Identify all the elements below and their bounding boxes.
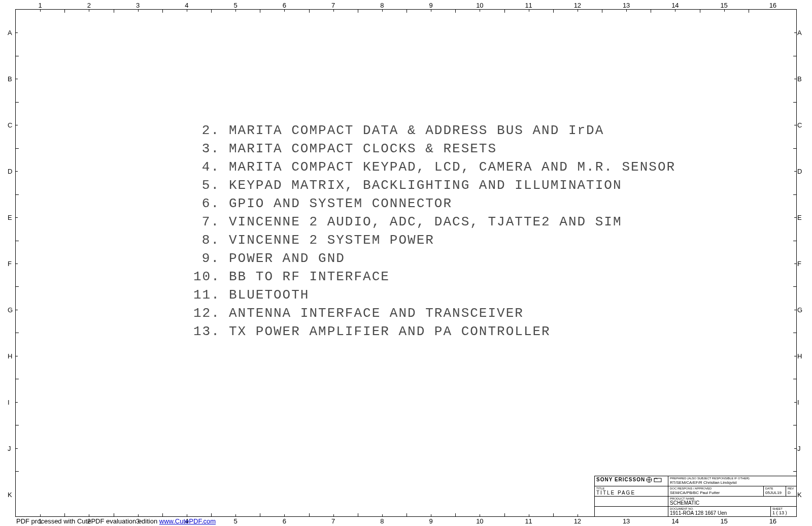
toc-number: 6.: [193, 194, 229, 213]
col-label: 5: [234, 2, 238, 9]
row-label: H: [797, 352, 802, 359]
row-label: E: [8, 214, 12, 221]
toc-number: 10.: [193, 268, 229, 286]
col-label: 8: [380, 517, 384, 525]
col-label: 16: [769, 2, 776, 9]
ruler-left: ABCDEFGHIJK: [8, 10, 15, 516]
date-value: 05JUL19: [765, 490, 784, 496]
col-label: 12: [574, 517, 581, 525]
col-label: 7: [331, 517, 335, 525]
col-label: 8: [380, 2, 384, 9]
row-label: F: [797, 260, 801, 268]
toc-title: VINCENNE 2 AUDIO, ADC, DACS, TJATTE2 AND…: [229, 213, 622, 231]
row-label: G: [797, 306, 802, 313]
toc-title: BB TO RF INTERFACE: [229, 268, 390, 286]
toc-title: MARITA COMPACT KEYPAD, LCD, CAMERA AND M…: [229, 158, 675, 176]
col-label: 11: [525, 2, 532, 9]
col-label: 4: [185, 2, 188, 9]
col-label: 13: [623, 517, 630, 525]
row-label: A: [8, 29, 12, 37]
drawing-frame: 12345678910111213141516 1234567891011121…: [15, 9, 797, 517]
title-block: SONY ERICSSON PREPARED (ALSO SUBJECT RES…: [594, 476, 796, 516]
title-value: TITLE PAGE: [596, 490, 666, 496]
toc-number: 13.: [193, 322, 229, 341]
toc-number: 9.: [193, 249, 229, 268]
toc-number: 2.: [193, 121, 229, 140]
svg-rect-3: [654, 478, 661, 482]
toc-title: BLUETOOTH: [229, 286, 309, 304]
col-label: 9: [429, 2, 433, 9]
row-label: D: [797, 168, 802, 175]
toc-number: 11.: [193, 286, 229, 304]
toc-number: 7.: [193, 213, 229, 231]
toc-entry: 13.TX POWER AMPLIFIER AND PA CONTROLLER: [193, 322, 675, 341]
toc-title: VINCENNE 2 SYSTEM POWER: [229, 231, 434, 249]
toc-title: MARITA COMPACT DATA & ADDRESS BUS AND Ir…: [229, 121, 604, 140]
toc-number: 4.: [193, 158, 229, 176]
col-label: 6: [283, 517, 286, 525]
folder-icon: [654, 477, 662, 483]
toc-entry: 10.BB TO RF INTERFACE: [193, 268, 675, 286]
row-label: J: [8, 444, 11, 452]
row-label: I: [8, 398, 10, 406]
toc-entry: 2.MARITA COMPACT DATA & ADDRESS BUS AND …: [193, 121, 675, 140]
col-label: 1: [39, 2, 42, 9]
company-name: SONY ERICSSON: [596, 477, 645, 482]
toc-title: ANTENNA INTERFACE AND TRANSCEIVER: [229, 304, 524, 322]
row-label: J: [797, 444, 801, 452]
toc-title: MARITA COMPACT CLOCKS & RESETS: [229, 140, 497, 158]
col-label: 9: [429, 517, 433, 525]
prepared-value: RT/SEM/CA/EF/R Christian Lindqvist: [670, 480, 795, 485]
toc-entry: 12.ANTENNA INTERFACE AND TRANSCEIVER: [193, 304, 675, 322]
row-label: G: [8, 306, 13, 313]
docno-value: 1911-ROA 128 1667 Uen: [670, 510, 769, 516]
col-label: 15: [720, 2, 727, 9]
row-label: K: [8, 490, 12, 498]
ruler-top: 12345678910111213141516: [16, 2, 796, 9]
col-label: 5: [234, 517, 238, 525]
ruler-right: ABCDEFGHIJK: [797, 10, 804, 516]
row-label: K: [797, 490, 802, 498]
row-label: B: [797, 75, 802, 83]
toc-entry: 4.MARITA COMPACT KEYPAD, LCD, CAMERA AND…: [193, 158, 675, 176]
rev-value: D: [788, 490, 795, 496]
row-label: A: [797, 29, 802, 37]
toc-number: 3.: [193, 140, 229, 158]
col-label: 2: [87, 2, 91, 9]
col-label: 11: [525, 517, 532, 525]
row-label: E: [797, 214, 802, 221]
col-label: 7: [331, 2, 335, 9]
row-label: D: [8, 168, 12, 175]
toc-title: GPIO AND SYSTEM CONNECTOR: [229, 194, 452, 213]
sheet-value: 1 ( 13 ): [772, 510, 795, 516]
toc-entry: 11.BLUETOOTH: [193, 286, 675, 304]
toc-number: 8.: [193, 231, 229, 249]
product-value: SCHEMATIC: [670, 500, 795, 506]
footer-link[interactable]: www.CutePDF.com: [159, 517, 216, 525]
col-label: 15: [720, 517, 727, 525]
row-label: B: [8, 75, 12, 83]
approved-value: SEM/CA/PB/BC Paul Futter: [670, 490, 762, 496]
row-label: I: [797, 398, 799, 406]
col-label: 14: [671, 2, 679, 9]
toc-entry: 8.VINCENNE 2 SYSTEM POWER: [193, 231, 675, 249]
toc-number: 5.: [193, 176, 229, 194]
toc-entry: 5.KEYPAD MATRIX, BACKLIGHTING AND ILLUMI…: [193, 176, 675, 194]
toc-entry: 7.VINCENNE 2 AUDIO, ADC, DACS, TJATTE2 A…: [193, 213, 675, 231]
toc-entry: 3.MARITA COMPACT CLOCKS & RESETS: [193, 140, 675, 158]
toc-title: TX POWER AMPLIFIER AND PA CONTROLLER: [229, 322, 551, 341]
toc-number: 12.: [193, 304, 229, 322]
toc-title: KEYPAD MATRIX, BACKLIGHTING AND ILLUMINA…: [229, 176, 622, 194]
col-label: 13: [623, 2, 630, 9]
toc-entry: 9.POWER AND GND: [193, 249, 675, 268]
col-label: 3: [136, 2, 140, 9]
globe-icon: [646, 477, 652, 484]
row-label: F: [8, 260, 12, 268]
col-label: 16: [769, 517, 776, 525]
toc-entry: 6.GPIO AND SYSTEM CONNECTOR: [193, 194, 675, 213]
col-label: 6: [283, 2, 286, 9]
col-label: 14: [671, 517, 679, 525]
row-label: C: [8, 121, 12, 129]
col-label: 10: [476, 517, 483, 525]
table-of-contents: 2.MARITA COMPACT DATA & ADDRESS BUS AND …: [193, 121, 675, 341]
